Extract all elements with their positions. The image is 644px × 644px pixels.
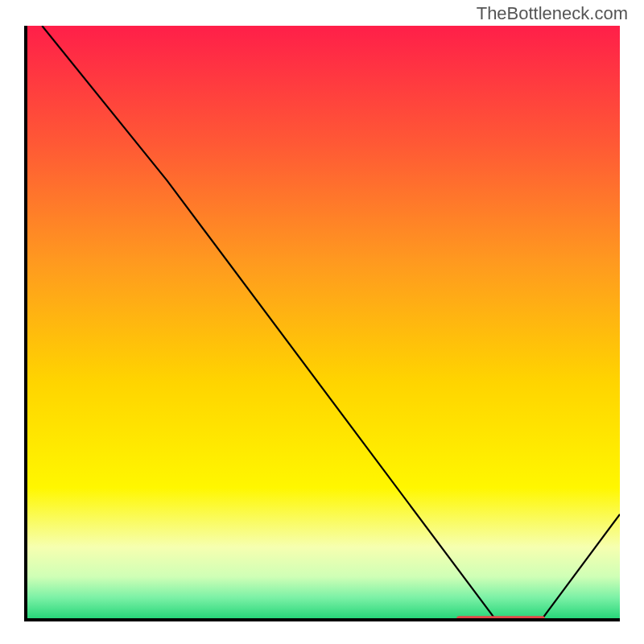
attribution-watermark: TheBottleneck.com [477,3,628,24]
plot-axes [24,26,620,621]
